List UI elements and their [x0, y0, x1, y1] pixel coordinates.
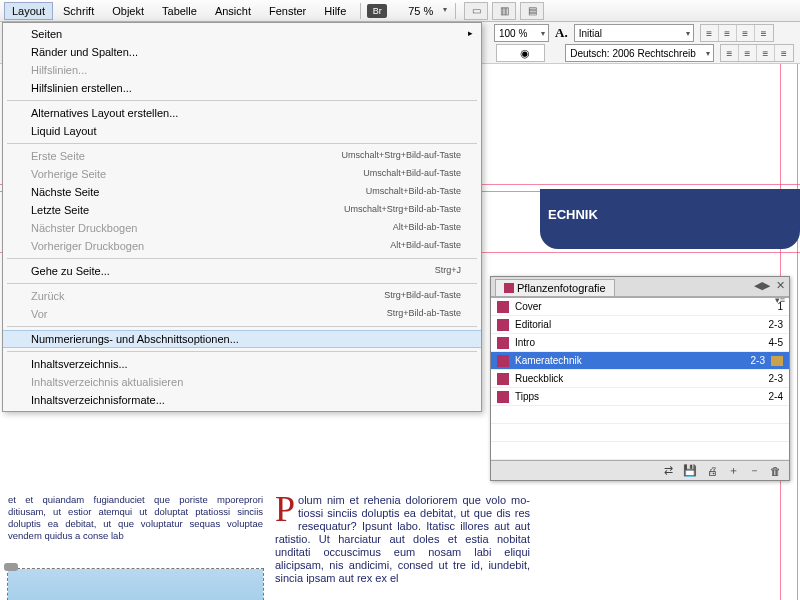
separator [360, 3, 361, 19]
doc-pages: 2-3 [755, 319, 783, 330]
menu-item[interactable]: Gehe zu Seite...Strg+J [3, 262, 481, 280]
menu-item: Erste SeiteUmschalt+Strg+Bild-auf-Taste [3, 147, 481, 165]
book-list: Cover1Editorial2-3Intro4-5Kameratechnik2… [491, 297, 789, 460]
menu-item: Nächster DruckbogenAlt+Bild-ab-Taste [3, 219, 481, 237]
text-column-1[interactable]: et et quiandam fugianduciet que poriste … [8, 494, 263, 542]
save-icon[interactable]: 💾 [683, 464, 697, 477]
panel-footer: ⇄ 💾 🖨 ＋ － 🗑 [491, 460, 789, 480]
menu-item: VorStrg+Bild-ab-Taste [3, 305, 481, 323]
menu-item[interactable]: Liquid Layout [3, 122, 481, 140]
menu-tabelle[interactable]: Tabelle [154, 2, 205, 20]
zoom2-combo[interactable]: 100 % [494, 24, 549, 42]
indd-icon [497, 373, 509, 385]
sync-icon[interactable]: ⇄ [664, 464, 673, 477]
panel-close-icon[interactable]: ✕ [776, 279, 785, 292]
indd-icon [497, 337, 509, 349]
book-row[interactable]: Intro4-5 [491, 334, 789, 352]
arrange-icon[interactable]: ▥ [492, 2, 516, 20]
menu-item[interactable]: Seiten [3, 25, 481, 43]
panel-collapse-icon[interactable]: ◀▶ [754, 279, 770, 292]
menu-fenster[interactable]: Fenster [261, 2, 314, 20]
book-panel: ◀▶✕ Pflanzenfotografie ▾≡ Cover1Editoria… [490, 276, 790, 481]
menu-schrift[interactable]: Schrift [55, 2, 102, 20]
doc-pages: 2-3 [737, 355, 765, 366]
doc-pages: 2-4 [755, 391, 783, 402]
remove-icon[interactable]: － [749, 463, 760, 478]
menu-layout[interactable]: Layout [4, 2, 53, 20]
open-book-icon [771, 356, 783, 366]
doc-name: Tipps [515, 391, 749, 402]
menu-item[interactable]: Inhaltsverzeichnis... [3, 355, 481, 373]
menu-item[interactable]: Hilfslinien erstellen... [3, 79, 481, 97]
book-row[interactable]: Editorial2-3 [491, 316, 789, 334]
menu-hilfe[interactable]: Hilfe [316, 2, 354, 20]
doc-name: Rueckblick [515, 373, 749, 384]
menu-item[interactable]: Alternatives Layout erstellen... [3, 104, 481, 122]
doc-name: Intro [515, 337, 749, 348]
align-justify-icon[interactable]: ≡ [755, 25, 773, 41]
menu-item: Vorherige SeiteUmschalt+Bild-auf-Taste [3, 165, 481, 183]
doc-name: Editorial [515, 319, 749, 330]
doc-name: Kameratechnik [515, 355, 731, 366]
menu-item: ZurückStrg+Bild-auf-Taste [3, 287, 481, 305]
menu-item: Vorheriger DruckbogenAlt+Bild-auf-Taste [3, 237, 481, 255]
menu-item[interactable]: Letzte SeiteUmschalt+Strg+Bild-ab-Taste [3, 201, 481, 219]
heading-frame[interactable]: ECHNIK [540, 189, 800, 249]
image-placeholder[interactable] [8, 569, 263, 600]
trash-icon[interactable]: 🗑 [770, 465, 781, 477]
separator [455, 3, 456, 19]
align-group2: ≡ ≡ ≡ ≡ [720, 44, 794, 62]
lang-combo[interactable]: Deutsch: 2006 Rechtschreib [565, 44, 714, 62]
bridge-icon[interactable]: Br [367, 4, 387, 18]
doc-pages: 2-3 [755, 373, 783, 384]
menu-item[interactable]: Ränder und Spalten... [3, 43, 481, 61]
justify-left-icon[interactable]: ≡ [739, 45, 757, 61]
book-icon [504, 283, 514, 293]
menu-item: Hilfslinien... [3, 61, 481, 79]
menu-item[interactable]: Nummerierungs- und Abschnittsoptionen... [3, 330, 481, 348]
justify-all-icon[interactable]: ≡ [721, 45, 739, 61]
screen-mode-icon[interactable]: ▭ [464, 2, 488, 20]
view-icon[interactable]: ▤ [520, 2, 544, 20]
book-row[interactable]: Kameratechnik2-3 [491, 352, 789, 370]
style-combo[interactable]: Initial [574, 24, 694, 42]
book-row[interactable]: Tipps2-4 [491, 388, 789, 406]
indd-icon [497, 319, 509, 331]
menubar: Layout Schrift Objekt Tabelle Ansicht Fe… [0, 0, 800, 22]
indd-icon [497, 301, 509, 313]
menu-ansicht[interactable]: Ansicht [207, 2, 259, 20]
panel-tabs: ◀▶✕ Pflanzenfotografie ▾≡ [491, 277, 789, 297]
doc-name: Cover [515, 301, 749, 312]
char-style-label: A. [555, 25, 568, 41]
doc-pages: 4-5 [755, 337, 783, 348]
add-icon[interactable]: ＋ [728, 463, 739, 478]
text-column-2[interactable]: Polum nim et rehenia doloriorem que volo… [275, 494, 530, 585]
menu-item[interactable]: Nächste SeiteUmschalt+Bild-ab-Taste [3, 183, 481, 201]
align-group: ≡ ≡ ≡ ≡ [700, 24, 774, 42]
indd-icon [497, 355, 509, 367]
panel-tab[interactable]: Pflanzenfotografie [495, 279, 615, 296]
align-right-icon[interactable]: ≡ [737, 25, 755, 41]
indd-icon [497, 391, 509, 403]
panel-menu-icon[interactable]: ▾≡ [775, 295, 785, 305]
align-left-icon[interactable]: ≡ [701, 25, 719, 41]
field-icon[interactable]: ◉ [496, 44, 546, 62]
justify-right-icon[interactable]: ≡ [775, 45, 793, 61]
print-icon[interactable]: 🖨 [707, 465, 718, 477]
book-row[interactable]: Cover1 [491, 298, 789, 316]
drop-cap: P [275, 494, 295, 524]
menu-objekt[interactable]: Objekt [104, 2, 152, 20]
menu-item[interactable]: Inhaltsverzeichnisformate... [3, 391, 481, 409]
layout-dropdown: SeitenRänder und Spalten...Hilfslinien..… [2, 22, 482, 412]
justify-center-icon[interactable]: ≡ [757, 45, 775, 61]
menu-item: Inhaltsverzeichnis aktualisieren [3, 373, 481, 391]
book-row[interactable]: Rueckblick2-3 [491, 370, 789, 388]
zoom-combo[interactable]: 75 % [389, 5, 449, 17]
align-center-icon[interactable]: ≡ [719, 25, 737, 41]
